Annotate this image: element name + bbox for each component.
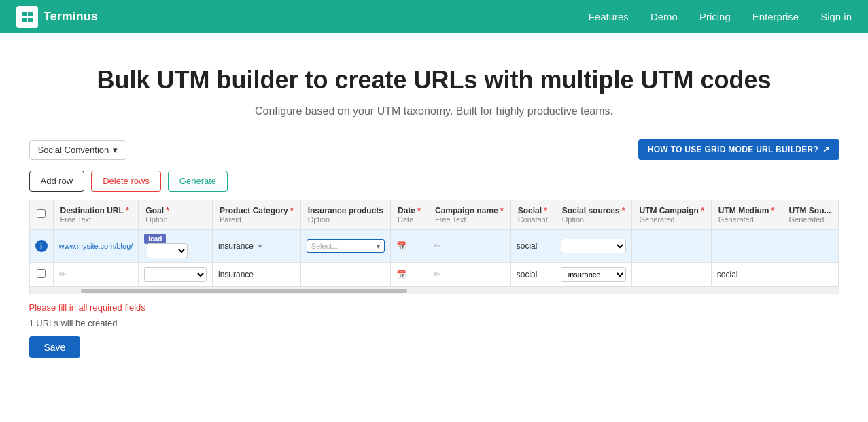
row2-social-sources: insurance [555, 263, 632, 287]
nav-signin[interactable]: Sign in [820, 11, 852, 22]
hero-section: Bulk UTM builder to create URLs with mul… [0, 33, 868, 139]
how-to-button[interactable]: HOW TO USE GRID MODE URL BUILDER? ↗ [638, 139, 839, 160]
header-destination-url: Destination URL * Free Text [53, 200, 139, 230]
table-row: ✏ insurance 📅 ✏ [30, 263, 839, 287]
row2-checkbox [30, 263, 54, 287]
edit-icon[interactable]: ✏ [434, 270, 440, 279]
edit-icon[interactable]: ✏ [59, 270, 66, 279]
footer-section: Please fill in all required fields 1 URL… [29, 302, 839, 358]
main-content: Social Convention ▾ HOW TO USE GRID MODE… [13, 139, 856, 374]
brand: Terminus [16, 6, 589, 28]
row1-info: i [30, 230, 54, 263]
brand-name: Terminus [44, 10, 98, 24]
row1-goal-select[interactable] [147, 243, 188, 258]
chevron-down-icon: ▾ [258, 243, 262, 250]
row2-utm-medium: social [711, 263, 782, 287]
header-product-category: Product Category * Parent [212, 200, 300, 230]
brand-icon [16, 6, 38, 28]
header-checkbox [30, 200, 54, 230]
row1-social-sources [555, 230, 632, 263]
header-social-sources: Social sources * Option [555, 200, 632, 230]
horizontal-scrollbar[interactable] [30, 287, 839, 294]
calendar-icon[interactable]: 📅 [396, 241, 406, 251]
header-goal: Goal * Option [139, 200, 213, 230]
add-row-button[interactable]: Add row [29, 171, 85, 192]
svg-rect-2 [22, 18, 27, 22]
row1-dest-url: www.mysite.com/blog/ [53, 230, 139, 263]
chevron-down-icon: ▾ [377, 243, 380, 250]
edit-icon[interactable]: ✏ [434, 241, 440, 251]
calendar-icon[interactable]: 📅 [396, 270, 406, 279]
hero-subtitle: Configure based on your UTM taxonomy. Bu… [16, 105, 852, 118]
top-bar: Social Convention ▾ HOW TO USE GRID MODE… [29, 139, 839, 160]
nav-demo[interactable]: Demo [650, 11, 678, 22]
navbar: Terminus Features Demo Pricing Enterpris… [0, 0, 868, 33]
row1-campaign-name: ✏ [428, 230, 511, 263]
insurance-products-select[interactable]: Select... ▾ [307, 239, 385, 253]
row2-goal-select[interactable] [144, 267, 207, 282]
how-to-label: HOW TO USE GRID MODE URL BUILDER? [648, 145, 818, 154]
row2-utm-source [782, 263, 838, 287]
row1-social-sources-select[interactable] [561, 239, 627, 253]
nav-features[interactable]: Features [589, 11, 629, 22]
generate-button[interactable]: Generate [168, 171, 228, 192]
action-buttons: Add row Delete rows Generate [29, 171, 839, 192]
url-builder-table: Destination URL * Free Text Goal * Optio… [29, 200, 839, 294]
svg-rect-3 [28, 18, 33, 22]
table-header-row: Destination URL * Free Text Goal * Optio… [30, 200, 839, 230]
table-row: i www.mysite.com/blog/ lead insurance ▾ [30, 230, 839, 263]
convention-label: Social Convention [38, 145, 109, 155]
row2-utm-campaign [632, 263, 711, 287]
row1-social: social [510, 230, 555, 263]
row2-dest-url: ✏ [53, 263, 139, 287]
row1-date: 📅 [391, 230, 428, 263]
row1-utm-medium [711, 230, 782, 263]
row1-insurance-products[interactable]: Select... ▾ [300, 230, 390, 263]
chevron-down-icon: ▾ [113, 145, 118, 155]
svg-rect-0 [22, 12, 27, 16]
row2-campaign-name: ✏ [428, 263, 511, 287]
row2-insurance-products [300, 263, 390, 287]
row2-date: 📅 [391, 263, 428, 287]
header-utm-medium: UTM Medium * Generated [711, 200, 782, 230]
row1-goal: lead [139, 230, 213, 263]
info-icon: i [35, 240, 48, 252]
error-message: Please fill in all required fields [29, 302, 839, 313]
row2-select-checkbox[interactable] [37, 269, 46, 278]
row1-utm-source [782, 230, 838, 263]
external-link-icon: ↗ [822, 145, 829, 154]
nav-enterprise[interactable]: Enterprise [752, 11, 799, 22]
row1-product-category: insurance ▾ [212, 230, 300, 263]
row2-social-sources-select[interactable]: insurance [561, 267, 627, 282]
header-social: Social * Constant [510, 200, 555, 230]
delete-rows-button[interactable]: Delete rows [91, 171, 161, 192]
nav-links: Features Demo Pricing Enterprise Sign in [589, 11, 852, 22]
hero-title: Bulk UTM builder to create URLs with mul… [16, 66, 852, 94]
row2-social: social [510, 263, 555, 287]
urls-count: 1 URLs will be created [29, 318, 839, 328]
header-utm-source: UTM Sou... Generated [782, 200, 838, 230]
save-button[interactable]: Save [29, 336, 81, 358]
row1-utm-campaign [632, 230, 711, 263]
scrollbar-thumb[interactable] [81, 289, 407, 293]
header-insurance-products: Insurance products Option [300, 200, 390, 230]
row2-goal [139, 263, 213, 287]
convention-dropdown[interactable]: Social Convention ▾ [29, 140, 127, 160]
svg-rect-1 [28, 12, 33, 16]
select-all-checkbox[interactable] [37, 209, 46, 218]
header-campaign-name: Campaign name * Free Text [428, 200, 511, 230]
header-date: Date * Date [391, 200, 428, 230]
row2-product-category: insurance [212, 263, 300, 287]
header-utm-campaign: UTM Campaign * Generated [632, 200, 711, 230]
nav-pricing[interactable]: Pricing [699, 11, 731, 22]
